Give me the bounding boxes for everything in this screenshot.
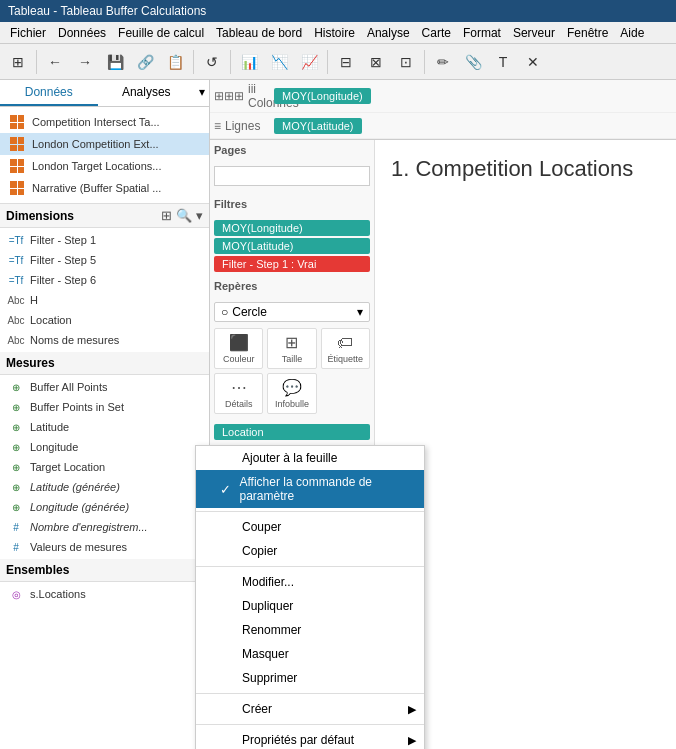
- field-longitude-icon: ⊕: [8, 439, 24, 455]
- infobulle-button[interactable]: 💬 Infobulle: [267, 373, 316, 414]
- field-filter-step1-label: Filter - Step 1: [30, 234, 96, 246]
- ctx-proprietes[interactable]: Propriétés par défaut ▶: [196, 728, 424, 749]
- field-noms[interactable]: Abc Noms de mesures: [0, 330, 209, 350]
- marks-type-dropdown[interactable]: ○ Cercle ▾: [214, 302, 370, 322]
- field-filter-step5[interactable]: =Tf Filter - Step 5: [0, 250, 209, 270]
- back-button[interactable]: ←: [41, 48, 69, 76]
- ctx-proprietes-label: Propriétés par défaut: [242, 733, 354, 747]
- columns-longitude-pill[interactable]: MOY(Longitude): [274, 88, 371, 104]
- bar-chart-button[interactable]: 📊: [235, 48, 263, 76]
- ctx-modifier-label: Modifier...: [242, 575, 294, 589]
- ctx-modifier[interactable]: Modifier...: [196, 570, 424, 594]
- save-button[interactable]: 💾: [101, 48, 129, 76]
- field-target-location[interactable]: ⊕ Target Location: [0, 457, 209, 477]
- datasource-item-3[interactable]: Narrative (Buffer Spatial ...: [0, 177, 209, 199]
- new-datasource-button[interactable]: 🔗: [131, 48, 159, 76]
- field-filter-step5-label: Filter - Step 5: [30, 254, 96, 266]
- ctx-sep-1: [196, 511, 424, 512]
- tab-donnees[interactable]: Données: [0, 80, 98, 106]
- columns-label: ⊞⊞⊞ iii Colonnes: [214, 82, 274, 110]
- taille-icon: ⊞: [285, 333, 298, 352]
- mesures-header: Mesures: [0, 352, 209, 375]
- menu-aide[interactable]: Aide: [614, 24, 650, 42]
- home-button[interactable]: ⊞: [4, 48, 32, 76]
- menu-format[interactable]: Format: [457, 24, 507, 42]
- clear-button[interactable]: ✕: [519, 48, 547, 76]
- etiquette-button[interactable]: 🏷 Étiquette: [321, 328, 370, 369]
- ctx-couper[interactable]: Couper: [196, 515, 424, 539]
- panel-tab-arrow[interactable]: ▾: [195, 80, 209, 106]
- clip-button[interactable]: 📎: [459, 48, 487, 76]
- filter-longitude-pill[interactable]: MOY(Longitude): [214, 220, 370, 236]
- columns-shelf: ⊞⊞⊞ iii Colonnes MOY(Longitude): [210, 80, 676, 113]
- field-h[interactable]: Abc H: [0, 290, 209, 310]
- ensembles-header: Ensembles: [0, 559, 209, 582]
- menu-fichier[interactable]: Fichier: [4, 24, 52, 42]
- ctx-dupliquer[interactable]: Dupliquer: [196, 594, 424, 618]
- chart2-button[interactable]: 📉: [265, 48, 293, 76]
- filter-step1-pill[interactable]: Filter - Step 1 : Vrai: [214, 256, 370, 272]
- field-slocations[interactable]: ◎ s.Locations: [0, 584, 209, 604]
- view-title: 1. Competition Locations: [391, 156, 660, 182]
- field-mesures-val[interactable]: # Valeurs de mesures: [0, 537, 209, 557]
- menu-fenetre[interactable]: Fenêtre: [561, 24, 614, 42]
- field-longitude[interactable]: ⊕ Longitude: [0, 437, 209, 457]
- ctx-masquer[interactable]: Masquer: [196, 642, 424, 666]
- t2-button[interactable]: ⊠: [362, 48, 390, 76]
- etiquette-label: Étiquette: [328, 354, 364, 364]
- field-count[interactable]: # Nombre d'enregistrem...: [0, 517, 209, 537]
- t1-button[interactable]: ⊟: [332, 48, 360, 76]
- field-buffer-set[interactable]: ⊕ Buffer Points in Set: [0, 397, 209, 417]
- details-button[interactable]: ⋯ Détails: [214, 373, 263, 414]
- field-filter-step1[interactable]: =Tf Filter - Step 1: [0, 230, 209, 250]
- field-filter-step6[interactable]: =Tf Filter - Step 6: [0, 270, 209, 290]
- lignes-latitude-pill[interactable]: MOY(Latitude): [274, 118, 362, 134]
- dimensions-grid-icon[interactable]: ⊞: [161, 208, 172, 223]
- menu-feuille[interactable]: Feuille de calcul: [112, 24, 210, 42]
- menu-donnees[interactable]: Données: [52, 24, 112, 42]
- field-lon-gen[interactable]: ⊕ Longitude (générée): [0, 497, 209, 517]
- ctx-afficher[interactable]: ✓ Afficher la commande de paramètre: [196, 470, 424, 508]
- menu-serveur[interactable]: Serveur: [507, 24, 561, 42]
- ctx-ajouter[interactable]: Ajouter à la feuille: [196, 446, 424, 470]
- field-location[interactable]: Abc Location: [0, 310, 209, 330]
- location-pill[interactable]: Location: [214, 424, 370, 440]
- ctx-creer-label: Créer: [242, 702, 272, 716]
- pen-button[interactable]: ✏: [429, 48, 457, 76]
- duplicate-button[interactable]: 📋: [161, 48, 189, 76]
- datasource-item-1[interactable]: London Competition Ext...: [0, 133, 209, 155]
- field-latitude-icon: ⊕: [8, 419, 24, 435]
- taille-button[interactable]: ⊞ Taille: [267, 328, 316, 369]
- datasource-item-2[interactable]: London Target Locations...: [0, 155, 209, 177]
- etiquette-icon: 🏷: [337, 334, 353, 352]
- dimensions-search-icon[interactable]: 🔍: [176, 208, 192, 223]
- menu-analyse[interactable]: Analyse: [361, 24, 416, 42]
- ctx-afficher-label: Afficher la commande de paramètre: [239, 475, 400, 503]
- menu-tableau-bord[interactable]: Tableau de bord: [210, 24, 308, 42]
- columns-pills: MOY(Longitude): [274, 88, 371, 104]
- tab-analyses[interactable]: Analyses: [98, 80, 196, 106]
- ctx-creer[interactable]: Créer ▶: [196, 697, 424, 721]
- menu-carte[interactable]: Carte: [416, 24, 457, 42]
- chart3-button[interactable]: 📈: [295, 48, 323, 76]
- datasource-item-0[interactable]: Competition Intersect Ta...: [0, 111, 209, 133]
- infobulle-icon: 💬: [282, 378, 302, 397]
- field-buffer-all[interactable]: ⊕ Buffer All Points: [0, 377, 209, 397]
- field-lat-gen[interactable]: ⊕ Latitude (générée): [0, 477, 209, 497]
- text-button[interactable]: T: [489, 48, 517, 76]
- marks-buttons: ⬛ Couleur ⊞ Taille 🏷 Étiquette ⋯ Détails: [214, 328, 370, 414]
- ctx-supprimer[interactable]: Supprimer: [196, 666, 424, 690]
- left-panel: Données Analyses ▾ Competition Intersect…: [0, 80, 210, 749]
- filter-latitude-pill[interactable]: MOY(Latitude): [214, 238, 370, 254]
- forward-button[interactable]: →: [71, 48, 99, 76]
- ctx-dupliquer-label: Dupliquer: [242, 599, 293, 613]
- ctx-copier[interactable]: Copier: [196, 539, 424, 563]
- t3-button[interactable]: ⊡: [392, 48, 420, 76]
- couleur-button[interactable]: ⬛ Couleur: [214, 328, 263, 369]
- datasource-label-3: Narrative (Buffer Spatial ...: [32, 182, 161, 194]
- undo-button[interactable]: ↺: [198, 48, 226, 76]
- dimensions-arrow-icon[interactable]: ▾: [196, 208, 203, 223]
- field-latitude[interactable]: ⊕ Latitude: [0, 417, 209, 437]
- ctx-renommer[interactable]: Renommer: [196, 618, 424, 642]
- menu-histoire[interactable]: Histoire: [308, 24, 361, 42]
